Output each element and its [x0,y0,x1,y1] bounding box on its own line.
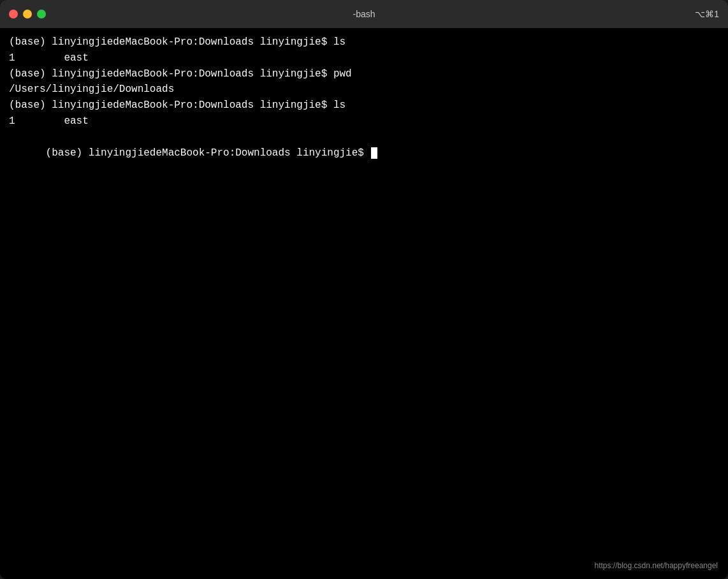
titlebar: -bash ⌥⌘1 [0,0,728,28]
terminal-line-2: 1 east [9,50,719,66]
terminal-line-4: /Users/linyingjie/Downloads [9,82,719,98]
shortcut-label: ⌥⌘1 [695,9,719,19]
terminal-line-5: (base) linyingjiedeMacBook-Pro:Downloads… [9,98,719,114]
terminal-body[interactable]: (base) linyingjiedeMacBook-Pro:Downloads… [0,28,728,579]
window-controls [9,10,46,18]
terminal-line-1: (base) linyingjiedeMacBook-Pro:Downloads… [9,34,719,50]
minimize-button[interactable] [23,10,32,18]
terminal-window: -bash ⌥⌘1 (base) linyingjiedeMacBook-Pro… [0,0,728,579]
terminal-line-7: (base) linyingjiedeMacBook-Pro:Downloads… [9,129,719,177]
maximize-button[interactable] [37,10,46,18]
prompt-text: (base) linyingjiedeMacBook-Pro:Downloads… [46,147,370,159]
close-button[interactable] [9,10,18,18]
watermark: https://blog.csdn.net/happyfreeangel [595,560,718,571]
cursor [371,147,377,159]
terminal-line-3: (base) linyingjiedeMacBook-Pro:Downloads… [9,66,719,82]
window-title: -bash [353,9,375,19]
terminal-line-6: 1 east [9,114,719,129]
